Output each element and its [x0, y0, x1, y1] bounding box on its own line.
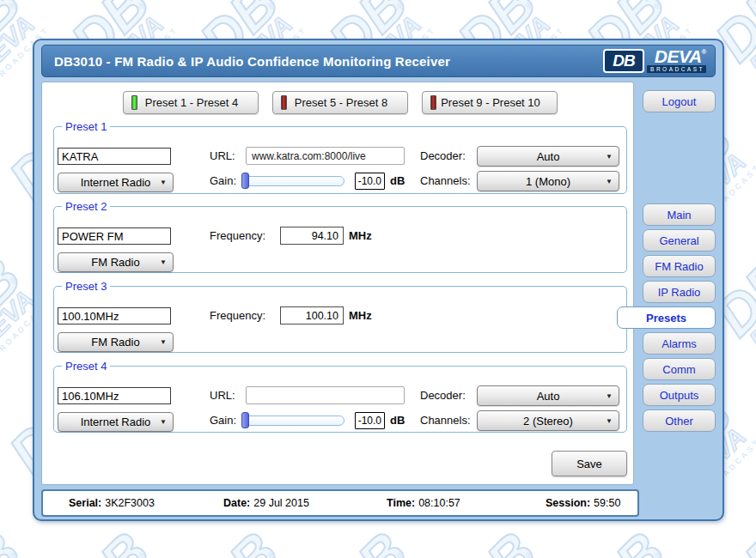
slider-handle[interactable] [241, 173, 249, 189]
decoder-label: Decoder: [420, 149, 466, 162]
serial-status: Serial:3K2F3003 [69, 491, 155, 515]
decoder-label: Decoder: [420, 389, 466, 402]
slider-track [243, 415, 344, 426]
save-button[interactable]: Save [552, 451, 627, 476]
time-status: Time:08:10:57 [387, 491, 460, 515]
slider-handle[interactable] [241, 412, 249, 428]
led-indicator-active-icon [131, 95, 137, 110]
gain-unit-label: dB [390, 414, 405, 427]
gain-label: Gain: [210, 414, 236, 427]
gain-label: Gain: [210, 174, 236, 187]
session-status: Session:59:50 [546, 491, 620, 515]
deva-brand-text: DEVA® [655, 49, 706, 65]
url-label: URL: [210, 389, 235, 402]
tab-preset-1-4[interactable]: Preset 1 - Preset 4 [123, 91, 259, 114]
slider-track [243, 176, 344, 186]
preset-4-decoder-select[interactable]: Auto ▼ [477, 385, 619, 406]
chevron-down-icon: ▼ [606, 178, 613, 185]
sidebar-item-general[interactable]: General [643, 229, 716, 252]
frequency-unit-label: MHz [349, 309, 372, 322]
preset-3-source-select[interactable]: FM Radio ▼ [58, 332, 174, 352]
svg-text:DB: DB [64, 520, 162, 558]
preset-2-source-select[interactable]: FM Radio ▼ [58, 252, 174, 272]
preset-4-channels-select[interactable]: 2 (Stereo) ▼ [477, 410, 619, 431]
led-indicator-inactive-icon [430, 95, 436, 110]
logout-button[interactable]: Logout [643, 90, 716, 112]
frequency-label: Frequency: [210, 229, 265, 242]
content-panel: Preset 1 - Preset 4 Preset 5 - Preset 8 … [41, 82, 634, 485]
gain-unit-label: dB [390, 174, 405, 187]
preset-2-legend: Preset 2 [62, 200, 110, 213]
sidebar-item-presets[interactable]: Presets [617, 306, 716, 329]
preset-3-group: Preset 3 FM Radio ▼ Frequency: MHz [53, 280, 627, 353]
preset-2-frequency-input[interactable] [280, 227, 344, 245]
chevron-down-icon: ▼ [606, 417, 613, 425]
page-title: DB3010 - FM Radio & IP Audio Confidence … [42, 54, 603, 69]
svg-text:DB: DB [580, 520, 677, 558]
preset-2-name-input[interactable] [58, 227, 171, 245]
led-indicator-inactive-icon [281, 95, 287, 110]
registered-mark: ® [702, 48, 706, 56]
chevron-down-icon: ▼ [160, 338, 167, 346]
preset-4-legend: Preset 4 [62, 360, 110, 373]
chevron-down-icon: ▼ [160, 418, 167, 426]
tab-preset-5-8[interactable]: Preset 5 - Preset 8 [272, 91, 408, 114]
svg-text:DB: DB [451, 520, 548, 558]
preset-4-group: Preset 4 Internet Radio ▼ URL: Gain: -10… [53, 360, 627, 433]
svg-text:DB: DB [322, 520, 419, 558]
app-window: DB3010 - FM Radio & IP Audio Confidence … [33, 39, 724, 521]
sidebar-item-comm[interactable]: Comm [643, 358, 716, 380]
sidebar-item-outputs[interactable]: Outputs [643, 384, 716, 406]
preset-1-group: Preset 1 Internet Radio ▼ URL: Gain: -10… [53, 120, 627, 194]
date-status: Date:29 Jul 2015 [223, 491, 309, 515]
preset-2-group: Preset 2 FM Radio ▼ Frequency: MHz [53, 200, 627, 273]
preset-1-legend: Preset 1 [62, 120, 110, 133]
preset-1-channels-select[interactable]: 1 (Mono) ▼ [477, 171, 619, 191]
preset-1-gain-value: -10.0 [355, 173, 385, 190]
sidebar-item-alarms[interactable]: Alarms [643, 332, 716, 355]
preset-4-url-input[interactable] [246, 386, 405, 404]
svg-text:DB: DB [0, 520, 33, 558]
deva-logo: DB DEVA® BROADCAST [603, 49, 706, 74]
sidebar-item-ip-radio[interactable]: IP Radio [643, 281, 716, 303]
preset-1-name-input[interactable] [58, 148, 171, 165]
preset-3-legend: Preset 3 [62, 280, 110, 293]
preset-4-gain-value: -10.0 [355, 412, 385, 429]
deva-subtitle-text: BROADCAST [647, 65, 706, 73]
deva-monogram-icon: DB [603, 49, 644, 73]
status-bar: Serial:3K2F3003 Date:29 Jul 2015 Time:08… [41, 489, 639, 517]
sidebar-item-main[interactable]: Main [643, 203, 716, 226]
frequency-unit-label: MHz [349, 229, 372, 242]
chevron-down-icon: ▼ [606, 392, 613, 400]
preset-4-name-input[interactable] [58, 387, 171, 404]
preset-1-decoder-select[interactable]: Auto ▼ [477, 146, 619, 167]
app-header: DB3010 - FM Radio & IP Audio Confidence … [41, 45, 716, 77]
preset-1-source-select[interactable]: Internet Radio ▼ [58, 173, 174, 192]
chevron-down-icon: ▼ [160, 179, 167, 186]
tab-preset-9-10[interactable]: Preset 9 - Preset 10 [422, 91, 558, 114]
chevron-down-icon: ▼ [606, 153, 613, 161]
preset-3-name-input[interactable] [58, 307, 171, 324]
preset-4-gain-slider[interactable] [241, 411, 348, 429]
sidebar-item-other[interactable]: Other [643, 409, 716, 432]
svg-text:DB: DB [709, 520, 756, 558]
channels-label: Channels: [420, 174, 471, 187]
svg-text:DB: DB [193, 520, 290, 558]
sidebar-item-fm-radio[interactable]: FM Radio [643, 255, 716, 277]
preset-1-url-input[interactable] [246, 147, 405, 165]
preset-4-source-select[interactable]: Internet Radio ▼ [58, 412, 174, 432]
chevron-down-icon: ▼ [160, 258, 167, 266]
channels-label: Channels: [420, 414, 471, 427]
preset-3-frequency-input[interactable] [280, 306, 344, 324]
frequency-label: Frequency: [210, 309, 265, 322]
preset-1-gain-slider[interactable] [241, 172, 348, 190]
url-label: URL: [210, 149, 235, 162]
